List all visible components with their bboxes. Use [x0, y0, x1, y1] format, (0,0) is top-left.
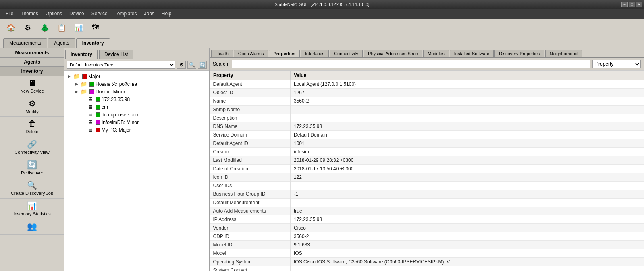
table-row: Default Measurement-1	[210, 199, 644, 207]
property-name: Business Hour Group ID	[210, 190, 291, 199]
menu-item-themes[interactable]: Themes	[17, 10, 41, 17]
new-device-action[interactable]: 🖥 New Device	[0, 76, 64, 96]
properties-panel: HealthOpen AlarmsPropertiesInterfacesCon…	[210, 48, 644, 271]
inventory-statistics-action[interactable]: 📊 Inventory Statistics	[0, 199, 64, 219]
table-row: User IDs	[210, 182, 644, 190]
table-row: Default AgentLocal Agent (127.0.0.1:5100…	[210, 80, 644, 89]
property-value: Cisco	[291, 224, 644, 232]
tree-node-label: dc.ucpoosee.com	[102, 112, 139, 118]
table-row: Operating SystemIOS Cisco IOS Software, …	[210, 258, 644, 266]
props-tab-installed-software[interactable]: Installed Software	[450, 50, 494, 57]
menu-item-device[interactable]: Device	[66, 10, 87, 17]
search-label: Search:	[213, 61, 229, 67]
property-value: 172.23.35.98	[291, 122, 644, 131]
props-tab-physical-addresses-seen[interactable]: Physical Addresses Seen	[364, 50, 422, 57]
app-title: StableNet® GUI - [v14.1.0.0.12235.rc4.14…	[275, 2, 370, 7]
tree-node[interactable]: ▶📁Полюс: Minor	[64, 88, 209, 95]
toolbar-btn-home[interactable]: 🏠	[3, 21, 19, 35]
tree-node[interactable]: 🖥My PC: Major	[64, 126, 209, 134]
main-content: Measurements Agents Inventory 🖥 New Devi…	[0, 48, 644, 271]
tree-node-label: 172.23.35.98	[102, 97, 130, 102]
menu-item-options[interactable]: Options	[42, 10, 65, 17]
toolbar-btn-tree[interactable]: 🌲	[37, 21, 52, 35]
property-value: 1001	[291, 139, 644, 148]
inv-settings-btn[interactable]: ⚙	[177, 61, 186, 69]
create-discovery-job-action[interactable]: 🔍 Create Discovery Job	[0, 178, 64, 199]
tab-device-list[interactable]: Device List	[99, 50, 133, 59]
property-name: User IDs	[210, 182, 291, 190]
users-action[interactable]: 👥	[0, 219, 64, 235]
props-search-bar: Search: Property Value	[210, 58, 644, 70]
toolbar-btn-settings[interactable]: ⚙	[20, 21, 35, 35]
toolbar-btn-map[interactable]: 🗺	[88, 21, 103, 35]
sidebar-agents[interactable]: Agents	[0, 58, 64, 67]
tree-node[interactable]: 🖥172.23.35.98	[64, 95, 209, 103]
props-tab-health[interactable]: Health	[211, 50, 233, 57]
inventory-tree-select[interactable]: Default Inventory Tree	[67, 61, 175, 69]
property-name: Service Domain	[210, 131, 291, 139]
property-value: IOS	[291, 249, 644, 258]
tab-inventory[interactable]: Inventory	[76, 38, 110, 48]
menu-item-help[interactable]: Help	[158, 10, 175, 17]
inv-refresh-btn[interactable]: 🔄	[198, 61, 207, 69]
props-tab-neighborhood[interactable]: Neighborhood	[545, 50, 582, 57]
tree-node-label: Полюс: Minor	[96, 89, 125, 95]
toolbar-btn-grid[interactable]: 📋	[54, 21, 69, 35]
table-row: Business Hour Group ID-1	[210, 190, 644, 199]
props-tab-modules[interactable]: Modules	[423, 50, 449, 57]
connectivity-view-icon: 🔗	[27, 139, 37, 149]
tree-node-icon: 📁	[73, 73, 80, 79]
tree-node-icon: 📁	[81, 81, 87, 87]
property-value: infosim	[291, 148, 644, 156]
tab-measurements[interactable]: Measurements	[3, 38, 47, 48]
tab-inventory[interactable]: Inventory	[65, 50, 98, 59]
tree-node-label: My PC: Major	[102, 127, 131, 133]
titlebar: StableNet® GUI - [v14.1.0.0.12235.rc4.14…	[0, 0, 644, 9]
tree-node[interactable]: ▶📁Новые Устройства	[64, 80, 209, 88]
menu-item-templates[interactable]: Templates	[112, 10, 140, 17]
props-tab-properties[interactable]: Properties	[269, 50, 299, 58]
tree-color-indicator	[96, 105, 100, 110]
search-type-select[interactable]: Property Value	[592, 60, 641, 68]
sidebar-measurements[interactable]: Measurements	[0, 48, 64, 58]
tree-node[interactable]: 🖥dc.ucpoosee.com	[64, 111, 209, 118]
new-device-icon: 🖥	[28, 79, 36, 88]
property-value: 3560-2	[291, 232, 644, 241]
tree-node[interactable]: 🖥cm	[64, 103, 209, 111]
rediscover-action[interactable]: 🔄 Rediscover	[0, 157, 64, 178]
sidebar: Measurements Agents Inventory 🖥 New Devi…	[0, 48, 64, 271]
delete-action[interactable]: 🗑 Delete	[0, 117, 64, 137]
search-input[interactable]	[232, 60, 590, 68]
menubar: FileThemesOptionsDeviceServiceTemplatesJ…	[0, 9, 644, 19]
minimize-button[interactable]: –	[621, 2, 628, 7]
tree-node[interactable]: ▶📁Major	[64, 72, 209, 80]
modify-action[interactable]: ⚙ Modify	[0, 96, 64, 117]
tree-node[interactable]: 🖥InfosimDB: Minor	[64, 118, 209, 126]
sidebar-inventory[interactable]: Inventory	[0, 67, 64, 76]
property-value: -1	[291, 190, 644, 199]
inventory-statistics-label: Inventory Statistics	[13, 211, 50, 216]
properties-table-container: Property Value Default AgentLocal Agent …	[210, 70, 644, 271]
tree-node-label: cm	[102, 104, 108, 110]
close-button[interactable]: ✕	[636, 2, 642, 7]
table-row: DNS Name172.23.35.98	[210, 122, 644, 131]
table-row: Name3560-2	[210, 97, 644, 106]
table-row: Creatorinfosim	[210, 148, 644, 156]
props-tab-discovery-properties[interactable]: Discovery Properties	[494, 50, 544, 57]
modify-icon: ⚙	[29, 99, 36, 108]
table-row: Description	[210, 114, 644, 122]
props-tab-connectivity[interactable]: Connectivity	[330, 50, 363, 57]
menu-item-jobs[interactable]: Jobs	[141, 10, 157, 17]
inv-search-btn[interactable]: 🔍	[187, 61, 196, 69]
toolbar-btn-chart[interactable]: 📊	[71, 21, 86, 35]
menu-item-service[interactable]: Service	[88, 10, 111, 17]
tree-expand-icon: ▶	[75, 82, 81, 86]
props-tab-interfaces[interactable]: Interfaces	[301, 50, 329, 57]
props-tab-open-alarms[interactable]: Open Alarms	[234, 50, 268, 57]
maximize-button[interactable]: □	[629, 2, 635, 7]
connectivity-view-action[interactable]: 🔗 Connectivity View	[0, 137, 64, 157]
property-name: Vendor	[210, 224, 291, 232]
tab-agents[interactable]: Agents	[48, 38, 75, 48]
menu-item-file[interactable]: File	[2, 10, 17, 17]
property-value: 2018-01-29 09:28:32 +0300	[291, 156, 644, 165]
